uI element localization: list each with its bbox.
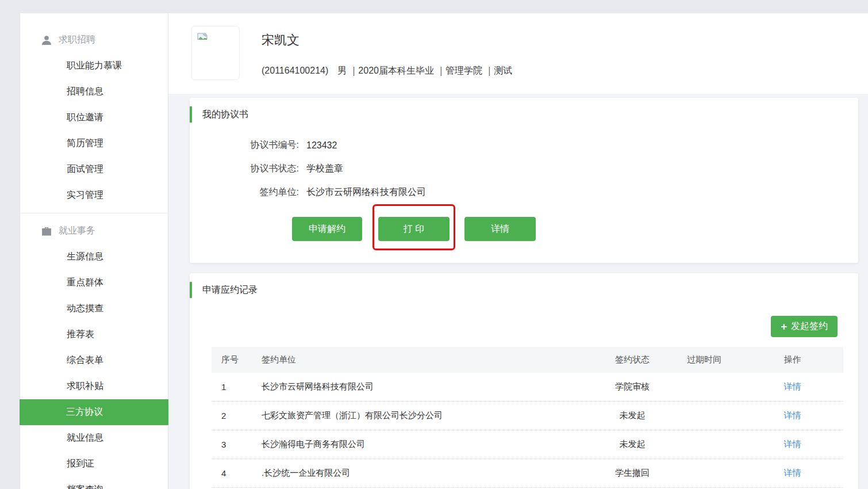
sidebar-section-title: 求职招聘 — [59, 34, 95, 46]
row-detail-link[interactable]: 详情 — [784, 468, 801, 477]
user-icon — [41, 35, 52, 46]
row-status: 学院审核 — [598, 381, 667, 392]
row-company: .长沙统一企业有限公司 — [253, 468, 598, 479]
sidebar-item-employment-info[interactable]: 就业信息 — [20, 425, 168, 451]
sidebar-item-recruit-info[interactable]: 招聘信息 — [20, 79, 168, 105]
student-details: (201164100214) 男 ｜2020届本科生毕业 ｜管理学院 ｜测试 — [262, 65, 512, 77]
header-expire: 过期时间 — [667, 354, 742, 365]
green-accent-bar — [190, 282, 192, 298]
sidebar-item-key-groups[interactable]: 重点群体 — [20, 270, 168, 296]
row-detail-link[interactable]: 详情 — [784, 410, 801, 420]
sidebar-item-registration-card[interactable]: 报到证 — [20, 451, 168, 477]
row-detail-link[interactable]: 详情 — [784, 381, 801, 391]
briefcase-icon — [41, 226, 52, 237]
row-company: 长沙瀚得电子商务有限公司 — [253, 439, 598, 450]
agreement-number-label: 协议书编号: — [190, 139, 299, 151]
agreement-company-row: 签约单位: 长沙市云研网络科技有限公司 — [190, 181, 858, 204]
application-records-card: 申请应约记录 + 发起签约 序号 签约单位 签约状态 过期时间 操作 1 长沙市… — [190, 273, 858, 489]
sidebar-item-internship[interactable]: 实习管理 — [20, 182, 168, 208]
row-status: 未发起 — [598, 410, 667, 421]
sidebar-section-jobseeking: 求职招聘 — [20, 27, 168, 53]
sidebar-item-recommendation[interactable]: 推荐表 — [20, 322, 168, 347]
sidebar-item-archive-inquiry[interactable]: 档案查询 — [20, 477, 168, 489]
student-name: 宋凯文 — [262, 32, 299, 49]
row-status: 未发起 — [598, 439, 667, 450]
sidebar-item-综合-forms[interactable]: 综合表单 — [20, 347, 168, 373]
agreement-number-row: 协议书编号: 123432 — [190, 133, 858, 157]
row-no: 2 — [212, 411, 253, 421]
row-status: 学生撤回 — [598, 468, 667, 479]
table-row: 3 长沙瀚得电子商务有限公司 未发起 详情 — [212, 430, 843, 459]
agreement-fields: 协议书编号: 123432 协议书状态: 学校盖章 签约单位: 长沙市云研网络科… — [190, 133, 858, 204]
sidebar-divider — [20, 213, 168, 213]
records-table-header: 序号 签约单位 签约状态 过期时间 操作 — [212, 347, 843, 373]
row-company: 七彩文旅资产管理（浙江）有限公司长沙分公司 — [253, 410, 598, 421]
sidebar-item-job-subsidy[interactable]: 求职补贴 — [20, 373, 168, 399]
agreement-status-row: 协议书状态: 学校盖章 — [190, 157, 858, 181]
sidebar-item-resume[interactable]: 简历管理 — [20, 131, 168, 156]
initiate-signing-button[interactable]: + 发起签约 — [771, 316, 838, 337]
plus-icon: + — [781, 322, 787, 332]
table-row: 1 长沙市云研网络科技有限公司 学院审核 详情 — [212, 373, 843, 402]
apply-cancel-button[interactable]: 申请解约 — [292, 217, 362, 241]
sidebar-section-title: 就业事务 — [59, 225, 95, 237]
row-detail-link[interactable]: 详情 — [784, 439, 801, 449]
broken-image-icon — [197, 33, 208, 44]
profile-header: 宋凯文 (201164100214) 男 ｜2020届本科生毕业 ｜管理学院 ｜… — [168, 13, 868, 94]
sidebar-item-dynamic-survey[interactable]: 动态摸查 — [20, 296, 168, 322]
sidebar: 求职招聘 职业能力慕课 招聘信息 职位邀请 简历管理 面试管理 实习管理 就业事… — [20, 13, 168, 489]
records-card-title: 申请应约记录 — [190, 282, 258, 298]
sidebar-item-source-info[interactable]: 生源信息 — [20, 244, 168, 270]
records-title-text: 申请应约记录 — [202, 284, 258, 296]
header-company: 签约单位 — [253, 354, 598, 365]
row-no: 3 — [212, 440, 253, 449]
avatar — [191, 26, 240, 80]
header-status: 签约状态 — [598, 354, 667, 365]
row-company: 长沙市云研网络科技有限公司 — [253, 381, 598, 392]
agreement-status-label: 协议书状态: — [190, 163, 299, 175]
sidebar-item-mooc[interactable]: 职业能力慕课 — [20, 53, 168, 79]
sidebar-section-employment: 就业事务 — [20, 218, 168, 244]
table-row: 2 七彩文旅资产管理（浙江）有限公司长沙分公司 未发起 详情 — [212, 402, 843, 430]
initiate-signing-label: 发起签约 — [791, 320, 828, 333]
green-accent-bar — [190, 106, 192, 123]
agreement-title-text: 我的协议书 — [202, 109, 248, 121]
print-button[interactable]: 打 印 — [378, 217, 450, 241]
sidebar-item-job-invite[interactable]: 职位邀请 — [20, 105, 168, 131]
header-no: 序号 — [212, 354, 253, 365]
agreement-company-label: 签约单位: — [190, 186, 299, 198]
detail-button[interactable]: 详情 — [464, 217, 536, 241]
agreement-status-value: 学校盖章 — [306, 163, 343, 175]
row-no: 4 — [212, 468, 253, 478]
records-table: 序号 签约单位 签约状态 过期时间 操作 1 长沙市云研网络科技有限公司 学院审… — [212, 347, 843, 488]
sidebar-item-interview[interactable]: 面试管理 — [20, 156, 168, 182]
header-action: 操作 — [742, 354, 843, 365]
main-content: 我的协议书 协议书编号: 123432 协议书状态: 学校盖章 签约单位: 长沙… — [168, 94, 868, 489]
my-agreement-card: 我的协议书 协议书编号: 123432 协议书状态: 学校盖章 签约单位: 长沙… — [190, 98, 858, 263]
agreement-card-title: 我的协议书 — [190, 106, 248, 123]
sidebar-item-tripartite-agreement[interactable]: 三方协议 — [20, 399, 168, 425]
row-no: 1 — [212, 382, 253, 392]
agreement-number-value: 123432 — [306, 140, 337, 151]
agreement-company-value: 长沙市云研网络科技有限公司 — [306, 186, 426, 198]
table-row: 4 .长沙统一企业有限公司 学生撤回 详情 — [212, 459, 843, 488]
